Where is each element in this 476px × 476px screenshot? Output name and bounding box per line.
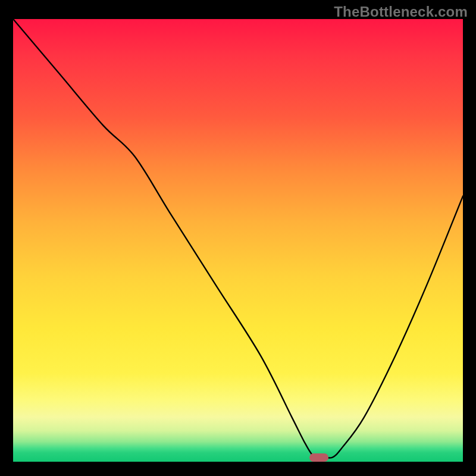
optimal-marker (309, 453, 328, 462)
watermark-text: TheBottleneck.com (334, 4, 468, 20)
bottleneck-curve (13, 19, 463, 462)
plot-area (13, 19, 463, 462)
chart-stage: TheBottleneck.com (0, 0, 476, 476)
